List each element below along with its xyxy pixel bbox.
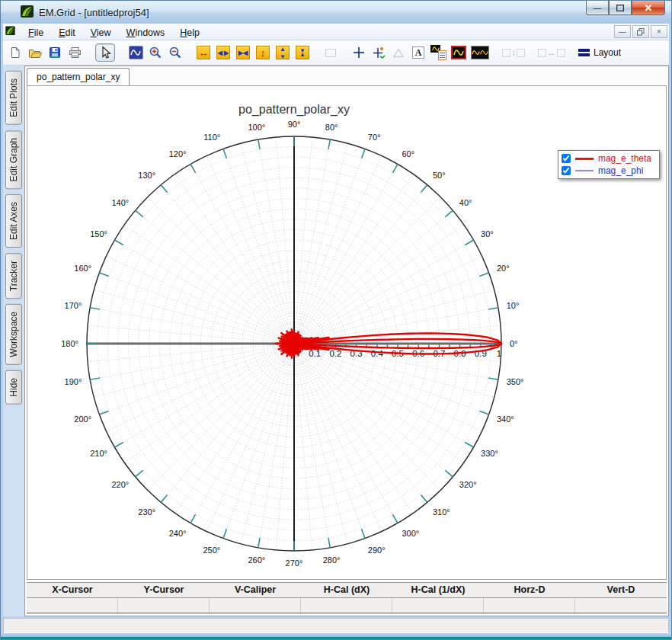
plot-panel: 0°10°20°30°40°50°60°70°80°90°100°110°120… <box>27 85 667 580</box>
window-title: EM.Grid - [untitledproj54] <box>39 7 149 18</box>
mdi-minimize-button[interactable]: — <box>614 25 631 38</box>
side-tab-edit-graph[interactable]: Edit Graph <box>5 130 22 189</box>
svg-text:1: 1 <box>497 349 501 358</box>
mdi-close-button[interactable]: × <box>651 25 667 38</box>
legend-toggle-button[interactable] <box>430 43 446 62</box>
svg-text:100°: 100° <box>248 123 265 132</box>
svg-text:50°: 50° <box>433 171 446 180</box>
cursor-value-cell <box>392 598 484 613</box>
application-window: EM.Grid - [untitledproj54] — ✕ FileEditV… <box>0 0 672 640</box>
align-vertical-plots-button: ↕ <box>502 43 525 62</box>
zoom-in-button[interactable] <box>148 43 163 62</box>
cursor-column-header: H-Cal (dX) <box>301 583 392 597</box>
svg-text:320°: 320° <box>459 480 477 489</box>
side-tab-tracker[interactable]: Tracker <box>5 253 22 299</box>
document-icon <box>5 26 15 37</box>
svg-text:190°: 190° <box>65 377 82 386</box>
side-tab-workspace[interactable]: Workspace <box>5 304 22 365</box>
svg-text:150°: 150° <box>90 229 107 238</box>
rectangle-zone-button <box>323 43 338 62</box>
svg-text:300°: 300° <box>402 529 420 538</box>
menu-help[interactable]: Help <box>172 26 207 40</box>
svg-text:120°: 120° <box>169 149 187 158</box>
legend-checkbox-mag_e_phi[interactable] <box>562 166 571 175</box>
close-button[interactable]: ✕ <box>632 1 665 15</box>
main-area: Edit PlotsEdit GraphEdit AxesTrackerWork… <box>3 66 669 616</box>
svg-text:140°: 140° <box>111 198 129 207</box>
toolbar: ↔◀ ▶▶◀↕▲ ▼▼▲A↕↔Layout <box>3 40 669 66</box>
cursor-column-header: Y-Cursor <box>118 583 210 597</box>
pointer-tool-button[interactable] <box>95 43 115 62</box>
side-tab-edit-plots[interactable]: Edit Plots <box>5 71 22 125</box>
svg-text:10°: 10° <box>507 301 520 310</box>
legend-checkbox-mag_e_theta[interactable] <box>562 154 571 163</box>
print-button[interactable] <box>67 43 82 62</box>
overlay-curves-button[interactable] <box>471 43 489 62</box>
svg-text:340°: 340° <box>497 414 514 424</box>
maximize-button[interactable] <box>609 1 632 15</box>
mdi-restore-button[interactable] <box>632 25 649 38</box>
side-tab-hide[interactable]: Hide <box>5 370 22 405</box>
svg-text:290°: 290° <box>368 546 386 555</box>
minimize-button[interactable]: — <box>586 1 609 15</box>
svg-text:240°: 240° <box>169 529 187 538</box>
svg-text:0.4: 0.4 <box>371 349 384 358</box>
svg-text:330°: 330° <box>481 449 498 458</box>
svg-text:70°: 70° <box>368 133 381 142</box>
svg-text:350°: 350° <box>507 377 524 386</box>
menu-windows[interactable]: Windows <box>119 26 173 40</box>
fit-vertical-button[interactable]: ▲ ▼ <box>275 43 290 62</box>
shrink-horizontal-button[interactable]: ▶◀ <box>235 43 251 62</box>
cursor-value-cell <box>301 598 392 613</box>
svg-text:130°: 130° <box>138 171 155 180</box>
cursor-value-cell <box>484 598 575 613</box>
svg-text:po_pattern_polar_xy: po_pattern_polar_xy <box>238 103 350 117</box>
svg-text:0.2: 0.2 <box>329 349 341 358</box>
svg-text:250°: 250° <box>203 546 220 555</box>
window-bottom-border <box>1 633 671 639</box>
menu-edit[interactable]: Edit <box>51 26 83 40</box>
title-bar: EM.Grid - [untitledproj54] — ✕ <box>1 1 671 24</box>
menu-view[interactable]: View <box>83 26 119 40</box>
layout-button[interactable]: Layout <box>578 43 621 62</box>
cursor-column-header: V-Caliper <box>210 583 301 597</box>
fit-horizontal-button[interactable]: ◀ ▶ <box>216 43 231 62</box>
svg-text:60°: 60° <box>402 149 415 158</box>
shrink-vertical-button[interactable]: ▼▲ <box>295 43 310 62</box>
cursor-value-cell <box>27 598 118 613</box>
zoom-region-button[interactable] <box>128 43 143 62</box>
svg-text:280°: 280° <box>323 555 341 565</box>
tracker-button[interactable] <box>371 43 386 62</box>
svg-text:80°: 80° <box>325 123 338 132</box>
new-file-button[interactable] <box>8 43 23 62</box>
menu-file[interactable]: File <box>21 26 51 40</box>
legend-line-sample <box>575 158 594 160</box>
crosshair-cursor-button[interactable] <box>351 43 366 62</box>
expand-vertical-button[interactable]: ↕ <box>255 43 270 62</box>
tab-po-pattern-polar-xy[interactable]: po_pattern_polar_xy <box>27 68 130 86</box>
cursor-value-cell <box>118 598 210 613</box>
cursor-value-cell <box>210 598 301 613</box>
curve-style-button[interactable] <box>451 43 466 62</box>
menu-bar: FileEditViewWindowsHelp — × <box>3 24 669 40</box>
legend-entry: mag_e_theta <box>562 153 651 164</box>
document-tab-bar: po_pattern_polar_xy <box>25 66 668 85</box>
side-tab-edit-axes[interactable]: Edit Axes <box>5 194 22 248</box>
triangle-marker-button <box>391 43 406 62</box>
svg-text:220°: 220° <box>111 480 129 489</box>
polar-chart[interactable]: 0°10°20°30°40°50°60°70°80°90°100°110°120… <box>27 86 649 580</box>
legend-label: mag_e_theta <box>598 153 651 164</box>
svg-text:20°: 20° <box>497 264 510 273</box>
expand-horizontal-button[interactable]: ↔ <box>196 43 211 62</box>
open-file-button[interactable] <box>27 43 43 62</box>
svg-text:90°: 90° <box>288 120 301 129</box>
save-file-button[interactable] <box>47 43 62 62</box>
svg-text:180°: 180° <box>61 339 78 348</box>
cursor-column-header: Vert-D <box>575 583 667 597</box>
side-tab-strip: Edit PlotsEdit GraphEdit AxesTrackerWork… <box>3 66 24 616</box>
cursor-readout-bar: X-CursorY-CursorV-CaliperH-Cal (dX)H-Cal… <box>27 582 667 614</box>
text-annotation-button[interactable]: A <box>411 43 426 62</box>
svg-text:170°: 170° <box>65 301 82 310</box>
zoom-out-button[interactable] <box>168 43 183 62</box>
svg-text:210°: 210° <box>90 449 107 458</box>
